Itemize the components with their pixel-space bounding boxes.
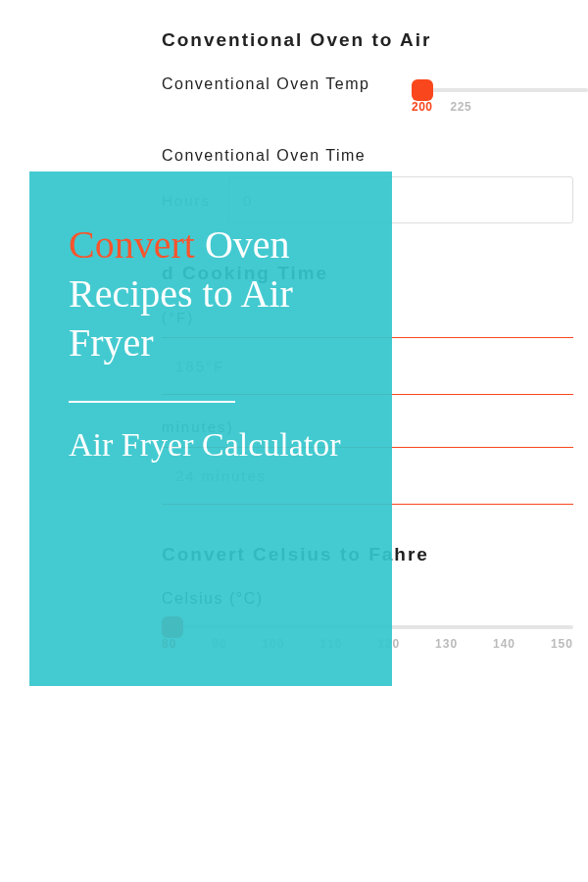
tick-label: 150 (551, 637, 573, 651)
tick-label: 200 (412, 100, 433, 114)
slider-track (412, 88, 588, 92)
promo-overlay-card: Convert Oven Recipes to Air Fryer Air Fr… (29, 172, 392, 686)
tick-label: 140 (493, 637, 515, 651)
overlay-divider (69, 401, 235, 403)
slider-thumb[interactable] (412, 79, 433, 101)
tick-label: 225 (451, 100, 472, 114)
oven-temp-slider[interactable]: 200 225 (412, 88, 588, 114)
overlay-subtitle: Air Fryer Calculator (69, 424, 353, 466)
overlay-highlight: Convert (69, 222, 195, 267)
overlay-title: Convert Oven Recipes to Air Fryer (69, 220, 353, 368)
tick-label: 130 (435, 637, 458, 651)
oven-time-label: Conventional Oven Time (162, 147, 588, 165)
section-title-conversion: Conventional Oven to Air (162, 29, 588, 51)
slider-tick-labels: 200 225 (412, 100, 588, 114)
